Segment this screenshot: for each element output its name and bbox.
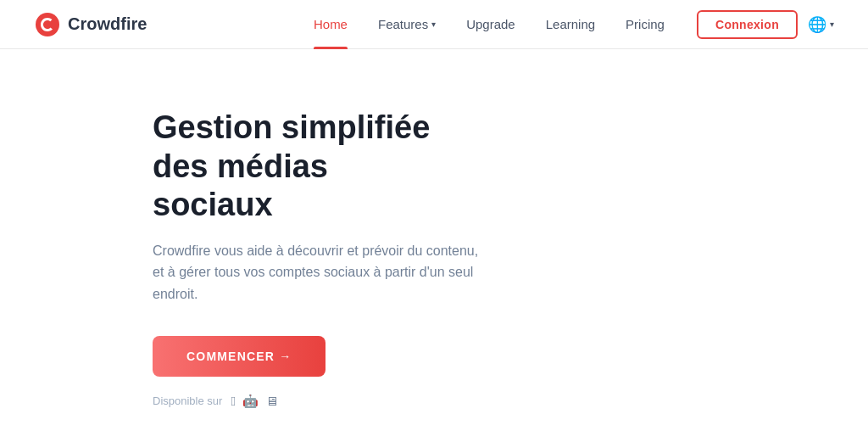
chevron-down-icon: ▾ bbox=[431, 20, 436, 29]
language-selector[interactable]: 🌐 ▾ bbox=[808, 15, 834, 34]
nav-link-learning[interactable]: Learning bbox=[531, 0, 610, 49]
available-label: Disponible sur bbox=[153, 394, 222, 407]
apple-icon:  bbox=[231, 394, 235, 408]
logo-icon bbox=[34, 11, 61, 38]
android-icon: 🤖 bbox=[242, 394, 259, 409]
globe-icon: 🌐 bbox=[808, 15, 826, 34]
svg-point-0 bbox=[36, 13, 59, 36]
language-chevron-icon: ▾ bbox=[830, 20, 834, 29]
hero-subtitle: Crowdfire vous aide à découvrir et prévo… bbox=[153, 240, 492, 305]
available-row: Disponible sur  🤖 🖥 bbox=[153, 394, 492, 409]
nav-link-home[interactable]: Home bbox=[298, 0, 363, 49]
nav-link-upgrade[interactable]: Upgrade bbox=[451, 0, 531, 49]
nav-link-pricing[interactable]: Pricing bbox=[610, 0, 680, 49]
nav-right: Connexion 🌐 ▾ bbox=[697, 10, 834, 39]
nav-link-features[interactable]: Features ▾ bbox=[363, 0, 451, 49]
logo-text: Crowdfire bbox=[68, 14, 147, 34]
nav-links: Home Features ▾ Upgrade Learning Pricing bbox=[298, 0, 680, 49]
logo[interactable]: Crowdfire bbox=[34, 11, 147, 38]
navbar: Crowdfire Home Features ▾ Upgrade Learni… bbox=[0, 0, 868, 49]
platform-icons:  🤖 🖥 bbox=[231, 394, 277, 409]
desktop-icon: 🖥 bbox=[265, 394, 278, 408]
connexion-button[interactable]: Connexion bbox=[697, 10, 798, 39]
hero-title: Gestion simplifiée des médias sociaux bbox=[153, 109, 492, 225]
hero-section: Gestion simplifiée des médias sociaux Cr… bbox=[0, 49, 526, 409]
cta-button[interactable]: COMMENCER → bbox=[153, 336, 326, 377]
